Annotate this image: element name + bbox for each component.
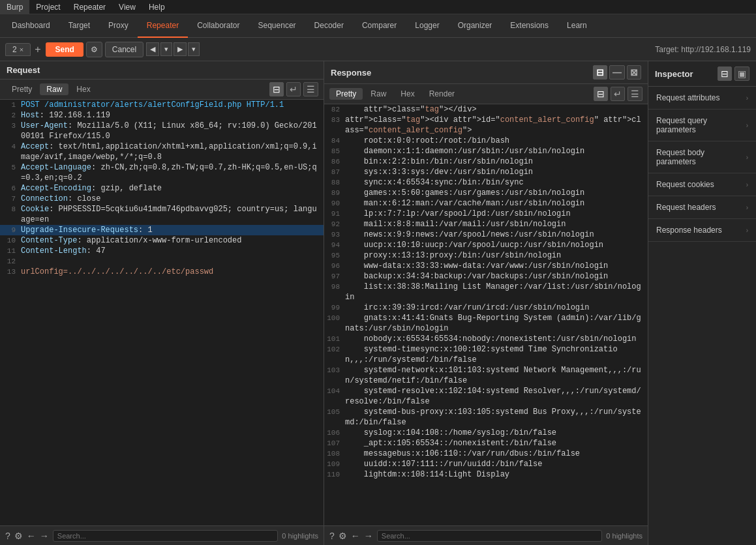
inspector-icon-list[interactable]: ▣	[734, 66, 749, 81]
line-content: nobody:x:65534:65534:nobody:/nonexistent…	[345, 334, 645, 344]
inspector-section-item[interactable]: Request headers›	[648, 196, 756, 219]
table-row: 88 sync:x:4:65534:sync:/bin:/bin/sync	[324, 177, 648, 188]
send-button[interactable]: Send	[46, 42, 83, 57]
next-button[interactable]: ▶	[174, 42, 187, 56]
inspector-section-item[interactable]: Request cookies›	[648, 173, 756, 196]
table-row: 12	[0, 256, 324, 267]
nav-tab-organizer[interactable]: Organizer	[449, 14, 502, 38]
request-view-icon-1[interactable]: ⊟	[269, 82, 284, 96]
prev-dropdown[interactable]: ▾	[160, 42, 172, 56]
response-content: 82 attr">class="tag"></div>83attr">class…	[324, 104, 648, 525]
nav-tab-learn[interactable]: Learn	[558, 14, 596, 38]
inspector-section-item[interactable]: Request body parameters›	[648, 141, 756, 173]
response-view-icon-c[interactable]: ☰	[627, 87, 643, 101]
response-view-icon-a[interactable]: ⊟	[594, 87, 608, 101]
line-number: 90	[327, 198, 345, 209]
line-content: lp:x:7:7:lp:/var/spool/lpd:/usr/sbin/nol…	[345, 209, 645, 219]
nav-tab-logger[interactable]: Logger	[406, 14, 448, 38]
line-number: 6	[3, 183, 21, 194]
menu-view[interactable]: View	[112, 0, 142, 14]
table-row: 107 _apt:x:105:65534::/nonexistent:/bin/…	[324, 438, 648, 449]
response-tab-render[interactable]: Render	[423, 88, 461, 100]
request-footer-forward-icon[interactable]: →	[40, 531, 49, 541]
line-number: 100	[327, 313, 345, 334]
line-number: 83	[327, 115, 345, 136]
response-tab-hex[interactable]: Hex	[394, 88, 421, 100]
inspector-section-item[interactable]: Request query parameters›	[648, 110, 756, 141]
line-content: Cookie: PHPSESSID=5cqkiu6u41mdm746pdbavv…	[21, 204, 321, 225]
line-number: 94	[327, 240, 345, 250]
line-number: 2	[3, 110, 21, 121]
request-footer-help-icon[interactable]: ?	[5, 531, 10, 541]
nav-tab-dashboard[interactable]: Dashboard	[3, 14, 59, 38]
inspector-section-label: Request body parameters	[656, 148, 746, 166]
response-view-buttons: ⊟ — ⊠	[593, 65, 641, 80]
add-tab-button[interactable]: +	[32, 44, 43, 55]
request-view-icon-3[interactable]: ☰	[303, 82, 318, 96]
table-row: 13urlConfig=../../../../../../../etc/pas…	[0, 267, 324, 277]
response-tab-pretty[interactable]: Pretty	[329, 88, 363, 100]
response-view-icon-2[interactable]: —	[609, 65, 625, 80]
response-view-icon-b[interactable]: ↵	[611, 87, 625, 101]
response-view-icon-3[interactable]: ⊠	[627, 65, 641, 80]
response-title: Response	[331, 68, 371, 78]
line-content: gnats:x:41:41:Gnats Bug-Reporting System…	[345, 313, 645, 334]
line-content: syslog:x:104:108::/home/syslog:/bin/fals…	[345, 428, 645, 438]
response-search-input[interactable]	[377, 530, 603, 542]
table-row: 5Accept-Language: zh-CN,zh;q=0.8,zh-TW;q…	[0, 162, 324, 183]
request-search-input[interactable]	[53, 530, 279, 542]
request-view-icon-2[interactable]: ↵	[286, 82, 301, 96]
inspector-icon-grid[interactable]: ⊟	[718, 66, 732, 81]
menu-help[interactable]: Help	[142, 0, 172, 14]
line-number: 85	[327, 146, 345, 156]
nav-tab-repeater[interactable]: Repeater	[138, 14, 188, 38]
line-number: 92	[327, 219, 345, 229]
nav-tab-target[interactable]: Target	[59, 14, 99, 38]
nav-tab-extensions[interactable]: Extensions	[501, 14, 558, 38]
response-view-icon-1[interactable]: ⊟	[593, 65, 607, 80]
nav-tab-comparer[interactable]: Comparer	[353, 14, 406, 38]
request-tab-pretty[interactable]: Pretty	[5, 83, 38, 95]
menu-repeater[interactable]: Repeater	[67, 0, 112, 14]
repeater-tab-2[interactable]: 2 ×	[5, 43, 31, 56]
line-number: 3	[3, 121, 21, 141]
response-tab-raw[interactable]: Raw	[364, 88, 393, 100]
menu-burp[interactable]: Burp	[0, 0, 29, 14]
inspector-section-item[interactable]: Request attributes›	[648, 87, 756, 110]
line-number: 107	[327, 438, 345, 449]
response-tabs: Pretty Raw Hex Render ⊟ ↵ ☰	[324, 84, 648, 104]
request-panel: Request Pretty Raw Hex ⊟ ↵ ☰ 1POST /admi…	[0, 61, 324, 545]
line-number: 96	[327, 261, 345, 271]
inspector-section-label: Response headers	[656, 226, 722, 235]
next-dropdown[interactable]: ▾	[188, 42, 200, 56]
prev-button[interactable]: ◀	[146, 42, 159, 56]
line-content: uucp:x:10:10:uucp:/var/spool/uucp:/usr/s…	[345, 240, 645, 250]
line-content: Host: 192.168.1.119	[21, 110, 321, 121]
nav-tab-proxy[interactable]: Proxy	[99, 14, 138, 38]
table-row: 92 mail:x:8:8:mail:/var/mail:/usr/sbin/n…	[324, 219, 648, 229]
nav-tab-sequencer[interactable]: Sequencer	[249, 14, 305, 38]
request-footer-settings-icon[interactable]: ⚙	[14, 531, 23, 541]
nav-tab-decoder[interactable]: Decoder	[305, 14, 353, 38]
nav-tab-collaborator[interactable]: Collaborator	[188, 14, 249, 38]
response-footer-back-icon[interactable]: ←	[351, 531, 360, 541]
tab-close-icon[interactable]: ×	[20, 46, 23, 53]
response-footer-help-icon[interactable]: ?	[329, 531, 335, 541]
request-tab-raw[interactable]: Raw	[40, 83, 68, 95]
request-tab-hex[interactable]: Hex	[70, 83, 97, 95]
cancel-button[interactable]: Cancel	[105, 42, 144, 57]
menu-project[interactable]: Project	[29, 0, 67, 14]
tab-num: 2	[12, 45, 17, 54]
request-footer-back-icon[interactable]: ←	[27, 531, 36, 541]
inspector-header: Inspector ⊟ ▣	[648, 61, 756, 87]
toolbar: 2 × + Send ⚙ Cancel ◀ ▾ ▶ ▾ Target: http…	[0, 38, 756, 61]
table-row: 94 uucp:x:10:10:uucp:/var/spool/uucp:/us…	[324, 240, 648, 250]
response-footer-settings-icon[interactable]: ⚙	[339, 531, 347, 541]
inspector-section-item[interactable]: Response headers›	[648, 219, 756, 242]
target-info: Target: http://192.168.1.119	[655, 45, 751, 54]
menubar: Burp Project Repeater View Help	[0, 0, 756, 14]
settings-button[interactable]: ⚙	[86, 42, 102, 57]
line-number: 110	[327, 469, 345, 480]
response-footer-forward-icon[interactable]: →	[364, 531, 373, 541]
line-content: systemd-network:x:101:103:systemd Networ…	[345, 365, 645, 386]
